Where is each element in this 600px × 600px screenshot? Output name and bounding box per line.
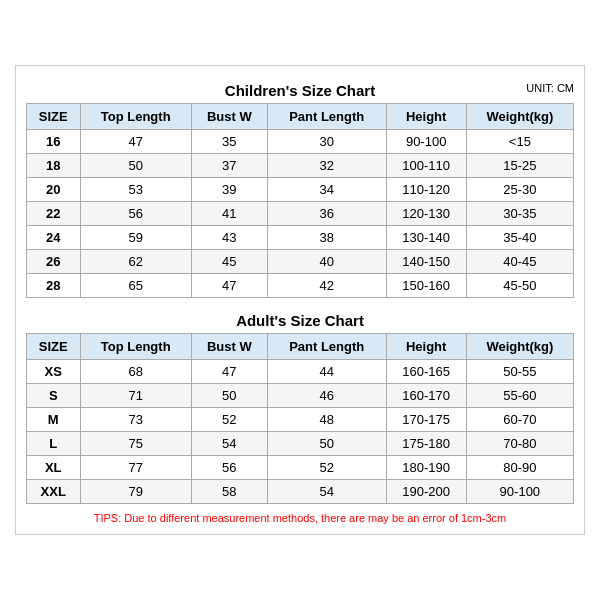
data-cell: 46 [267, 384, 386, 408]
table-row: XS684744160-16550-55 [27, 360, 574, 384]
data-cell: 73 [80, 408, 191, 432]
table-row: S715046160-17055-60 [27, 384, 574, 408]
size-cell: 20 [27, 178, 81, 202]
size-cell: XXL [27, 480, 81, 504]
children-size-table: SIZE Top Length Bust W Pant Length Heigh… [26, 103, 574, 298]
table-row: 24594338130-14035-40 [27, 226, 574, 250]
data-cell: 54 [267, 480, 386, 504]
size-cell: 16 [27, 130, 81, 154]
adult-col-weight: Weight(kg) [466, 334, 573, 360]
data-cell: 36 [267, 202, 386, 226]
table-row: 1647353090-100<15 [27, 130, 574, 154]
data-cell: 59 [80, 226, 191, 250]
data-cell: 58 [191, 480, 267, 504]
children-col-weight: Weight(kg) [466, 104, 573, 130]
data-cell: 54 [191, 432, 267, 456]
data-cell: 35-40 [466, 226, 573, 250]
adult-col-size: SIZE [27, 334, 81, 360]
data-cell: 56 [191, 456, 267, 480]
size-cell: 28 [27, 274, 81, 298]
data-cell: 90-100 [466, 480, 573, 504]
data-cell: 150-160 [386, 274, 466, 298]
data-cell: 53 [80, 178, 191, 202]
size-cell: 22 [27, 202, 81, 226]
data-cell: 50 [267, 432, 386, 456]
children-title-text: Children's Size Chart [225, 82, 375, 99]
size-cell: L [27, 432, 81, 456]
data-cell: 40-45 [466, 250, 573, 274]
children-col-height: Height [386, 104, 466, 130]
data-cell: 56 [80, 202, 191, 226]
data-cell: 41 [191, 202, 267, 226]
data-cell: 35 [191, 130, 267, 154]
table-row: XL775652180-19080-90 [27, 456, 574, 480]
data-cell: 45-50 [466, 274, 573, 298]
table-row: 20533934110-12025-30 [27, 178, 574, 202]
size-cell: XS [27, 360, 81, 384]
data-cell: 39 [191, 178, 267, 202]
data-cell: 15-25 [466, 154, 573, 178]
data-cell: 47 [80, 130, 191, 154]
table-row: M735248170-17560-70 [27, 408, 574, 432]
children-col-bust: Bust W [191, 104, 267, 130]
data-cell: 44 [267, 360, 386, 384]
data-cell: 50 [80, 154, 191, 178]
children-col-size: SIZE [27, 104, 81, 130]
data-cell: 160-165 [386, 360, 466, 384]
data-cell: 62 [80, 250, 191, 274]
data-cell: 34 [267, 178, 386, 202]
table-row: L755450175-18070-80 [27, 432, 574, 456]
data-cell: 77 [80, 456, 191, 480]
data-cell: 170-175 [386, 408, 466, 432]
data-cell: 60-70 [466, 408, 573, 432]
data-cell: 68 [80, 360, 191, 384]
size-cell: 18 [27, 154, 81, 178]
table-row: 26624540140-15040-45 [27, 250, 574, 274]
data-cell: 160-170 [386, 384, 466, 408]
data-cell: 180-190 [386, 456, 466, 480]
data-cell: 50 [191, 384, 267, 408]
size-cell: 24 [27, 226, 81, 250]
data-cell: 110-120 [386, 178, 466, 202]
data-cell: 71 [80, 384, 191, 408]
table-row: XXL795854190-20090-100 [27, 480, 574, 504]
data-cell: 42 [267, 274, 386, 298]
data-cell: 25-30 [466, 178, 573, 202]
data-cell: 50-55 [466, 360, 573, 384]
data-cell: 65 [80, 274, 191, 298]
data-cell: 38 [267, 226, 386, 250]
data-cell: 120-130 [386, 202, 466, 226]
tips-text: TIPS: Due to different measurement metho… [26, 512, 574, 524]
data-cell: 140-150 [386, 250, 466, 274]
data-cell: 30 [267, 130, 386, 154]
unit-label: UNIT: CM [526, 82, 574, 94]
data-cell: 55-60 [466, 384, 573, 408]
size-cell: XL [27, 456, 81, 480]
data-cell: 190-200 [386, 480, 466, 504]
adult-col-pant: Pant Length [267, 334, 386, 360]
size-chart-container: Children's Size Chart UNIT: CM SIZE Top … [15, 65, 585, 535]
children-col-pant: Pant Length [267, 104, 386, 130]
data-cell: 52 [191, 408, 267, 432]
adult-header-row: SIZE Top Length Bust W Pant Length Heigh… [27, 334, 574, 360]
data-cell: 47 [191, 360, 267, 384]
adult-title-text: Adult's Size Chart [236, 312, 364, 329]
table-row: 22564136120-13030-35 [27, 202, 574, 226]
data-cell: 90-100 [386, 130, 466, 154]
data-cell: 43 [191, 226, 267, 250]
data-cell: 175-180 [386, 432, 466, 456]
children-col-top-length: Top Length [80, 104, 191, 130]
data-cell: 75 [80, 432, 191, 456]
size-cell: M [27, 408, 81, 432]
data-cell: 47 [191, 274, 267, 298]
data-cell: 32 [267, 154, 386, 178]
data-cell: 37 [191, 154, 267, 178]
size-cell: S [27, 384, 81, 408]
size-cell: 26 [27, 250, 81, 274]
data-cell: 79 [80, 480, 191, 504]
data-cell: 130-140 [386, 226, 466, 250]
adult-col-bust: Bust W [191, 334, 267, 360]
table-row: 28654742150-16045-50 [27, 274, 574, 298]
table-row: 18503732100-11015-25 [27, 154, 574, 178]
data-cell: 100-110 [386, 154, 466, 178]
